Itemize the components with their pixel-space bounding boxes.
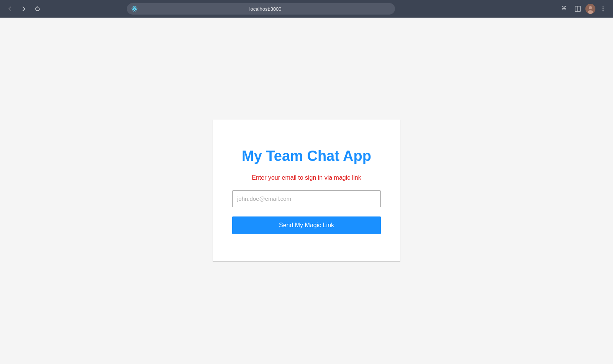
app-title: My Team Chat App: [242, 148, 371, 165]
email-input[interactable]: [232, 190, 381, 207]
svg-point-3: [134, 8, 134, 9]
split-button[interactable]: [572, 3, 583, 14]
login-card: My Team Chat App Enter your email to sig…: [213, 120, 400, 262]
address-bar[interactable]: localhost:3000: [127, 3, 395, 15]
back-button[interactable]: [5, 3, 15, 14]
svg-point-10: [602, 8, 603, 10]
forward-button[interactable]: [18, 3, 29, 14]
menu-button[interactable]: [598, 3, 608, 14]
svg-point-7: [589, 6, 592, 9]
url-text: localhost:3000: [141, 6, 390, 12]
extensions-button[interactable]: [559, 3, 570, 14]
svg-point-11: [602, 10, 603, 11]
refresh-button[interactable]: [32, 3, 43, 14]
subtitle: Enter your email to sign in via magic li…: [252, 174, 361, 181]
profile-avatar[interactable]: [585, 4, 595, 14]
browser-toolbar: localhost:3000: [0, 0, 613, 18]
react-icon: [131, 6, 138, 12]
page-content: My Team Chat App Enter your email to sig…: [0, 18, 613, 364]
svg-point-9: [602, 7, 603, 8]
browser-actions: [559, 3, 608, 14]
send-magic-link-button[interactable]: Send My Magic Link: [232, 216, 381, 234]
